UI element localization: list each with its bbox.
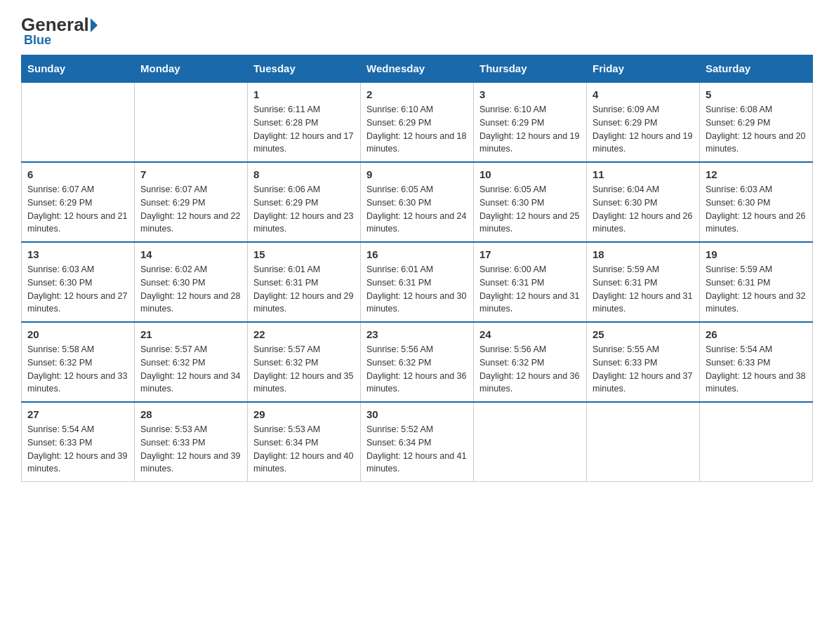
day-info: Sunrise: 5:54 AMSunset: 6:33 PMDaylight:…	[27, 423, 128, 476]
day-number: 6	[27, 168, 128, 180]
calendar-cell: 3Sunrise: 6:10 AMSunset: 6:29 PMDaylight…	[474, 82, 587, 162]
day-number: 24	[479, 328, 581, 340]
calendar-header-thursday: Thursday	[474, 55, 587, 83]
day-info: Sunrise: 6:06 AMSunset: 6:29 PMDaylight:…	[253, 183, 355, 236]
calendar-cell: 21Sunrise: 5:57 AMSunset: 6:32 PMDayligh…	[135, 322, 248, 402]
day-number: 10	[479, 168, 581, 180]
day-info: Sunrise: 6:03 AMSunset: 6:30 PMDaylight:…	[706, 183, 807, 236]
calendar-cell: 23Sunrise: 5:56 AMSunset: 6:32 PMDayligh…	[361, 322, 474, 402]
day-info: Sunrise: 6:02 AMSunset: 6:30 PMDaylight:…	[140, 263, 241, 316]
day-info: Sunrise: 6:07 AMSunset: 6:29 PMDaylight:…	[27, 183, 128, 236]
calendar-header-friday: Friday	[587, 55, 700, 83]
day-number: 8	[253, 168, 355, 180]
day-number: 27	[27, 408, 128, 420]
calendar-cell	[22, 82, 135, 162]
calendar-cell: 1Sunrise: 6:11 AMSunset: 6:28 PMDaylight…	[248, 82, 361, 162]
day-number: 28	[140, 408, 241, 420]
day-number: 18	[593, 248, 694, 260]
day-number: 5	[706, 88, 807, 100]
calendar-cell: 24Sunrise: 5:56 AMSunset: 6:32 PMDayligh…	[474, 322, 587, 402]
day-info: Sunrise: 6:11 AMSunset: 6:28 PMDaylight:…	[253, 103, 355, 156]
day-info: Sunrise: 5:57 AMSunset: 6:32 PMDaylight:…	[253, 343, 355, 396]
calendar-cell: 27Sunrise: 5:54 AMSunset: 6:33 PMDayligh…	[22, 402, 135, 482]
calendar-table: SundayMondayTuesdayWednesdayThursdayFrid…	[21, 55, 813, 482]
day-number: 14	[140, 248, 241, 260]
calendar-cell: 11Sunrise: 6:04 AMSunset: 6:30 PMDayligh…	[587, 162, 700, 242]
day-info: Sunrise: 6:10 AMSunset: 6:29 PMDaylight:…	[366, 103, 468, 156]
calendar-cell: 28Sunrise: 5:53 AMSunset: 6:33 PMDayligh…	[135, 402, 248, 482]
calendar-cell: 18Sunrise: 5:59 AMSunset: 6:31 PMDayligh…	[587, 242, 700, 322]
day-number: 21	[140, 328, 241, 340]
calendar-cell: 15Sunrise: 6:01 AMSunset: 6:31 PMDayligh…	[248, 242, 361, 322]
day-number: 9	[366, 168, 468, 180]
day-number: 17	[479, 248, 581, 260]
day-number: 19	[706, 248, 807, 260]
day-info: Sunrise: 5:55 AMSunset: 6:33 PMDaylight:…	[593, 343, 694, 396]
calendar-cell	[135, 82, 248, 162]
calendar-cell: 5Sunrise: 6:08 AMSunset: 6:29 PMDaylight…	[700, 82, 813, 162]
day-number: 25	[593, 328, 694, 340]
day-number: 3	[479, 88, 581, 100]
calendar-cell: 4Sunrise: 6:09 AMSunset: 6:29 PMDaylight…	[587, 82, 700, 162]
day-number: 2	[366, 88, 468, 100]
calendar-header-tuesday: Tuesday	[248, 55, 361, 83]
day-number: 20	[27, 328, 128, 340]
day-info: Sunrise: 5:59 AMSunset: 6:31 PMDaylight:…	[706, 263, 807, 316]
calendar-cell: 9Sunrise: 6:05 AMSunset: 6:30 PMDaylight…	[361, 162, 474, 242]
calendar-header-row: SundayMondayTuesdayWednesdayThursdayFrid…	[22, 55, 813, 83]
calendar-cell: 10Sunrise: 6:05 AMSunset: 6:30 PMDayligh…	[474, 162, 587, 242]
calendar-cell: 30Sunrise: 5:52 AMSunset: 6:34 PMDayligh…	[361, 402, 474, 482]
day-info: Sunrise: 5:57 AMSunset: 6:32 PMDaylight:…	[140, 343, 241, 396]
day-number: 30	[366, 408, 468, 420]
calendar-cell: 29Sunrise: 5:53 AMSunset: 6:34 PMDayligh…	[248, 402, 361, 482]
calendar-week-row-5: 27Sunrise: 5:54 AMSunset: 6:33 PMDayligh…	[22, 402, 813, 482]
day-info: Sunrise: 6:09 AMSunset: 6:29 PMDaylight:…	[593, 103, 694, 156]
day-info: Sunrise: 6:01 AMSunset: 6:31 PMDaylight:…	[253, 263, 355, 316]
day-info: Sunrise: 5:52 AMSunset: 6:34 PMDaylight:…	[366, 423, 468, 476]
calendar-header-wednesday: Wednesday	[361, 55, 474, 83]
day-info: Sunrise: 6:05 AMSunset: 6:30 PMDaylight:…	[366, 183, 468, 236]
calendar-cell: 2Sunrise: 6:10 AMSunset: 6:29 PMDaylight…	[361, 82, 474, 162]
calendar-cell	[700, 402, 813, 482]
day-info: Sunrise: 5:54 AMSunset: 6:33 PMDaylight:…	[706, 343, 807, 396]
logo-blue-text: Blue	[24, 33, 51, 48]
calendar-cell: 22Sunrise: 5:57 AMSunset: 6:32 PMDayligh…	[248, 322, 361, 402]
calendar-cell: 13Sunrise: 6:03 AMSunset: 6:30 PMDayligh…	[22, 242, 135, 322]
calendar-week-row-2: 6Sunrise: 6:07 AMSunset: 6:29 PMDaylight…	[22, 162, 813, 242]
day-number: 4	[593, 88, 694, 100]
calendar-week-row-1: 1Sunrise: 6:11 AMSunset: 6:28 PMDaylight…	[22, 82, 813, 162]
day-info: Sunrise: 6:08 AMSunset: 6:29 PMDaylight:…	[706, 103, 807, 156]
logo: General Blue	[21, 14, 98, 48]
calendar-cell: 25Sunrise: 5:55 AMSunset: 6:33 PMDayligh…	[587, 322, 700, 402]
day-number: 29	[253, 408, 355, 420]
calendar-header-saturday: Saturday	[700, 55, 813, 83]
day-number: 12	[706, 168, 807, 180]
calendar-cell: 6Sunrise: 6:07 AMSunset: 6:29 PMDaylight…	[22, 162, 135, 242]
calendar-cell: 8Sunrise: 6:06 AMSunset: 6:29 PMDaylight…	[248, 162, 361, 242]
day-number: 16	[366, 248, 468, 260]
day-number: 26	[706, 328, 807, 340]
day-info: Sunrise: 5:59 AMSunset: 6:31 PMDaylight:…	[593, 263, 694, 316]
calendar-cell: 7Sunrise: 6:07 AMSunset: 6:29 PMDaylight…	[135, 162, 248, 242]
day-info: Sunrise: 5:53 AMSunset: 6:34 PMDaylight:…	[253, 423, 355, 476]
day-info: Sunrise: 6:07 AMSunset: 6:29 PMDaylight:…	[140, 183, 241, 236]
day-number: 23	[366, 328, 468, 340]
day-info: Sunrise: 6:03 AMSunset: 6:30 PMDaylight:…	[27, 263, 128, 316]
day-info: Sunrise: 6:00 AMSunset: 6:31 PMDaylight:…	[479, 263, 581, 316]
calendar-cell: 16Sunrise: 6:01 AMSunset: 6:31 PMDayligh…	[361, 242, 474, 322]
logo-arrow-icon	[91, 18, 98, 32]
day-number: 11	[593, 168, 694, 180]
calendar-cell	[587, 402, 700, 482]
day-info: Sunrise: 6:01 AMSunset: 6:31 PMDaylight:…	[366, 263, 468, 316]
day-info: Sunrise: 6:05 AMSunset: 6:30 PMDaylight:…	[479, 183, 581, 236]
day-number: 7	[140, 168, 241, 180]
calendar-cell: 14Sunrise: 6:02 AMSunset: 6:30 PMDayligh…	[135, 242, 248, 322]
day-info: Sunrise: 5:56 AMSunset: 6:32 PMDaylight:…	[366, 343, 468, 396]
day-number: 22	[253, 328, 355, 340]
day-number: 15	[253, 248, 355, 260]
day-number: 1	[253, 88, 355, 100]
calendar-week-row-4: 20Sunrise: 5:58 AMSunset: 6:32 PMDayligh…	[22, 322, 813, 402]
calendar-cell: 17Sunrise: 6:00 AMSunset: 6:31 PMDayligh…	[474, 242, 587, 322]
calendar-cell: 20Sunrise: 5:58 AMSunset: 6:32 PMDayligh…	[22, 322, 135, 402]
calendar-header-monday: Monday	[135, 55, 248, 83]
